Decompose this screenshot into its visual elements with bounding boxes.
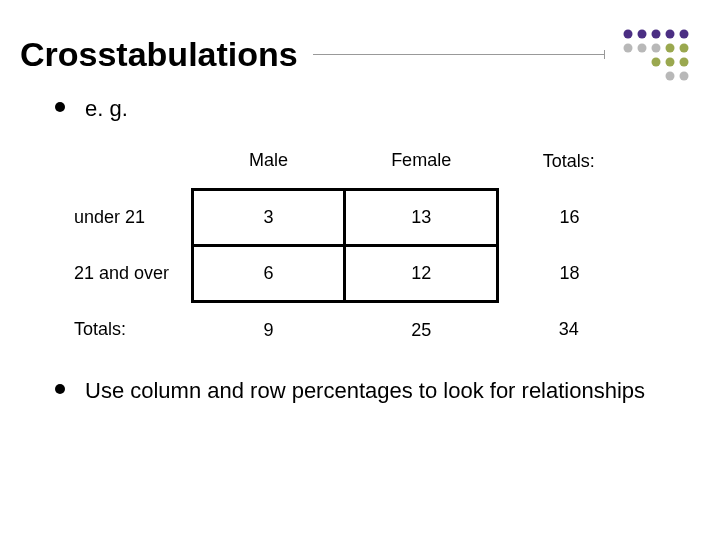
svg-point-8 [666,44,675,53]
svg-point-14 [680,72,689,81]
bullet-dot-icon [55,102,65,112]
svg-point-4 [680,30,689,39]
cell: 12 [345,246,498,302]
cell: 6 [192,246,345,302]
svg-point-1 [638,30,647,39]
svg-point-13 [666,72,675,81]
col-header-female: Female [345,134,498,190]
bullet-text: Use column and row percentages to look f… [85,376,645,406]
slide-title: Crosstabulations [20,35,313,74]
row-total: 18 [497,246,640,302]
bullet-text: e. g. [85,94,128,124]
bullet-item: e. g. [55,94,670,124]
row-header-under21: under 21 [70,190,192,246]
svg-point-7 [652,44,661,53]
svg-point-11 [666,58,675,67]
crosstab-table: Male Female Totals: under 21 3 13 16 21 … [0,134,720,358]
row-header-21over: 21 and over [70,246,192,302]
title-rule [313,54,605,55]
col-header-male: Male [192,134,345,190]
bullet-item: Use column and row percentages to look f… [55,376,670,406]
svg-point-12 [680,58,689,67]
bullet-dot-icon [55,384,65,394]
svg-point-3 [666,30,675,39]
grand-total: 34 [497,302,640,358]
cell: 3 [192,190,345,246]
decorative-dots-icon [618,28,700,90]
row-header-totals: Totals: [70,302,192,358]
col-total: 25 [345,302,498,358]
cell: 13 [345,190,498,246]
col-header-totals: Totals: [497,134,640,190]
row-total: 16 [497,190,640,246]
svg-point-10 [652,58,661,67]
col-total: 9 [192,302,345,358]
svg-point-9 [680,44,689,53]
svg-point-5 [624,44,633,53]
svg-point-6 [638,44,647,53]
svg-point-0 [624,30,633,39]
svg-point-2 [652,30,661,39]
